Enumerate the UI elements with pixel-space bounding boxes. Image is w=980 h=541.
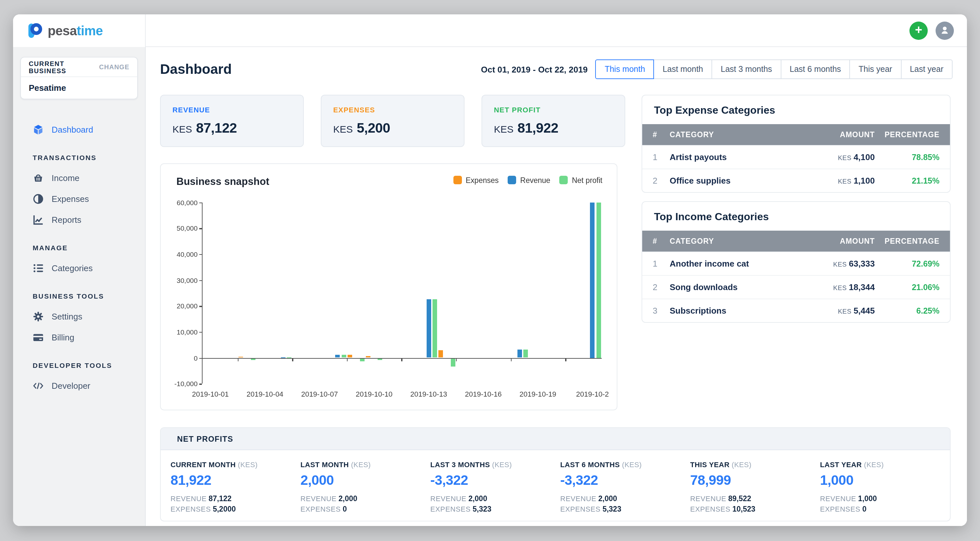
row-category: Office supplies: [670, 176, 777, 186]
net-profit-revenue: REVENUE89,522: [690, 495, 820, 503]
summary-card-revenue: REVENUEKES87,122: [160, 95, 304, 147]
net-profit-value: 2,000: [301, 473, 431, 488]
net-profit-value: 81,922: [170, 473, 301, 488]
filter-this-year[interactable]: This year: [850, 59, 901, 79]
date-filter-group: This monthLast monthLast 3 monthsLast 6 …: [595, 59, 953, 79]
table-column-header: #: [642, 237, 670, 245]
code-icon: [33, 380, 44, 391]
table-title: Top Expense Categories: [642, 95, 950, 124]
filter-last-year[interactable]: Last year: [900, 59, 953, 79]
top-categories-column: Top Expense Categories#CATEGORYAMOUNTPER…: [641, 95, 951, 331]
sidebar-item-income[interactable]: Income: [13, 167, 145, 188]
topbar: pesatime +: [13, 14, 967, 47]
gear-icon: [33, 311, 44, 322]
currency-label: KES: [333, 124, 353, 135]
net-profit-revenue: REVENUE2,000: [430, 495, 560, 503]
chart-bar: [433, 299, 437, 358]
amount-value: 4,100: [854, 152, 875, 162]
net-profit-column-last-month: LAST MONTH (KES)2,000REVENUE2,000EXPENSE…: [301, 450, 431, 513]
x-tick-mark: [511, 358, 512, 361]
currency-label: KES: [838, 178, 854, 185]
row-number: 3: [642, 306, 670, 316]
net-profit-period: LAST MONTH (KES): [301, 461, 431, 468]
x-tick-mark: [401, 358, 402, 361]
table-row: 1Artist payoutsKES 4,10078.85%: [642, 145, 950, 169]
net-profit-column-last-year: LAST YEAR (KES)1,000REVENUE1,000EXPENSES…: [820, 450, 950, 513]
currency-label: KES: [833, 284, 849, 291]
x-tick-label: 2019-10-16: [456, 390, 511, 398]
table-row: 1Another income catKES 63,33372.69%: [642, 251, 950, 275]
net-profit-revenue: REVENUE2,000: [560, 495, 690, 503]
net-profit-column-current-month: CURRENT MONTH (KES)81,922REVENUE87,122EX…: [170, 450, 301, 513]
y-tick-mark: [199, 383, 202, 385]
filter-last-3-months[interactable]: Last 3 months: [711, 59, 781, 79]
chart-bar: [287, 357, 291, 358]
amount-value: 18,344: [849, 282, 875, 292]
table-card-expense-categories: Top Expense Categories#CATEGORYAMOUNTPER…: [641, 95, 951, 193]
sidebar-item-label: Developer: [52, 380, 91, 390]
row-amount: KES 4,100: [777, 152, 875, 162]
table-row: 2Song downloadsKES 18,34421.06%: [642, 275, 950, 299]
x-tick-mark: [565, 358, 566, 361]
summary-card-value: KES81,922: [494, 120, 613, 136]
chart-plot: 60,00050,00040,00030,00020,00010,0000-10…: [161, 164, 618, 411]
chart-bar: [281, 357, 285, 358]
summary-card-net-profit: NET PROFITKES81,922: [482, 95, 625, 147]
sidebar-item-developer[interactable]: Developer: [13, 375, 145, 396]
user-avatar-icon: [940, 24, 950, 37]
net-profit-expenses: EXPENSES5,323: [560, 505, 690, 513]
sidebar-item-dashboard[interactable]: Dashboard: [13, 119, 145, 140]
currency-unit: (KES): [238, 461, 258, 468]
sidebar: CURRENT BUSINESS CHANGE Pesatime Dashboa…: [13, 47, 146, 526]
chart-bar: [517, 350, 522, 358]
row-category: Subscriptions: [670, 306, 777, 316]
chart-bar: [451, 359, 455, 366]
sidebar-section-label: BUSINESS TOOLS: [13, 286, 145, 306]
y-tick-mark: [199, 306, 202, 307]
change-business-link[interactable]: CHANGE: [99, 64, 129, 70]
table-title: Top Income Categories: [642, 202, 950, 231]
table-row: 2Office suppliesKES 1,10021.15%: [642, 169, 950, 192]
current-business-header: CURRENT BUSINESS CHANGE: [21, 57, 137, 77]
row-category: Song downloads: [670, 282, 777, 292]
currency-label: KES: [838, 154, 854, 161]
sidebar-item-label: Reports: [52, 215, 81, 224]
business-snapshot-card: Business snapshot ExpensesRevenueNet pro…: [160, 163, 617, 411]
net-profit-value: 1,000: [820, 473, 950, 488]
chart-bar: [523, 350, 528, 358]
sidebar-item-label: Income: [52, 173, 80, 183]
sidebar-item-billing[interactable]: Billing: [13, 327, 145, 348]
date-range[interactable]: Oct 01, 2019 - Oct 22, 2019: [481, 64, 588, 74]
sidebar-item-reports[interactable]: Reports: [13, 209, 145, 230]
sidebar-item-expenses[interactable]: Expenses: [13, 188, 145, 209]
net-profit-revenue: REVENUE87,122: [170, 495, 301, 503]
user-menu-button[interactable]: [935, 22, 954, 40]
app-window: pesatime + CURRENT: [13, 14, 967, 526]
net-profit-expenses: EXPENSES10,523: [690, 505, 820, 513]
x-tick-label: 2019-10-10: [347, 390, 401, 398]
row-amount: KES 1,100: [777, 176, 875, 186]
x-tick-mark: [347, 358, 348, 361]
filter-last-month[interactable]: Last month: [654, 59, 713, 79]
chart-bar: [251, 359, 255, 360]
currency-unit: (KES): [732, 461, 752, 468]
main-content: Dashboard Oct 01, 2019 - Oct 22, 2019 Th…: [146, 47, 967, 526]
app-stage: pesatime + CURRENT: [0, 0, 980, 541]
filter-this-month[interactable]: This month: [595, 59, 654, 79]
net-profit-revenue: REVENUE2,000: [301, 495, 431, 503]
net-profit-expenses: EXPENSES5,2000: [170, 505, 301, 513]
net-profit-revenue: REVENUE1,000: [820, 495, 950, 503]
table-column-header: AMOUNT: [777, 237, 875, 245]
sidebar-item-label: Settings: [52, 311, 82, 321]
row-number: 2: [642, 282, 670, 292]
sidebar-item-settings[interactable]: Settings: [13, 306, 145, 327]
sidebar-item-label: Dashboard: [52, 124, 93, 134]
logo[interactable]: pesatime: [13, 14, 146, 47]
chart-y-axis: [202, 202, 202, 383]
add-button[interactable]: +: [910, 22, 928, 40]
chart-bar: [348, 355, 352, 358]
sidebar-item-categories[interactable]: Categories: [13, 258, 145, 278]
y-tick-mark: [199, 254, 202, 255]
currency-unit: (KES): [351, 461, 371, 468]
filter-last-6-months[interactable]: Last 6 months: [780, 59, 850, 79]
